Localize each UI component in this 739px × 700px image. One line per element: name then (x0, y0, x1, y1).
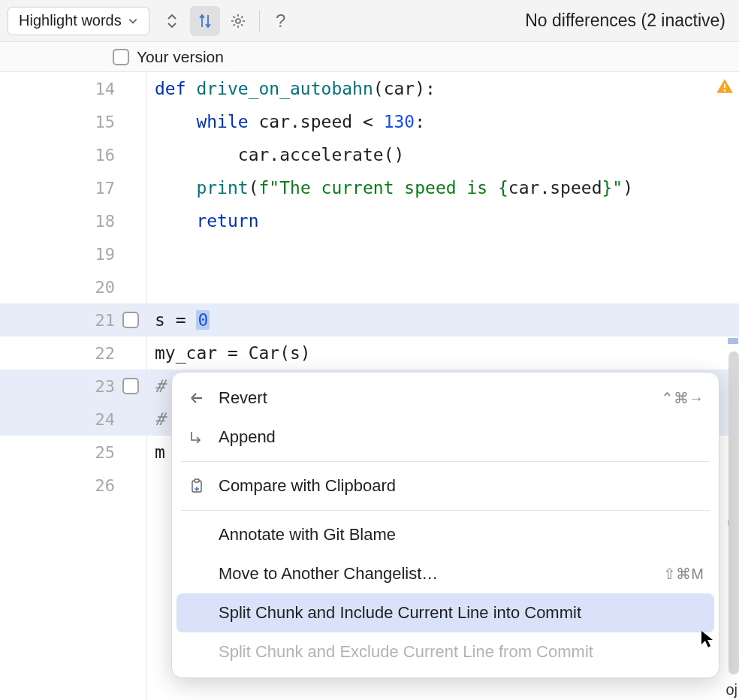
gutter-line: 23 (0, 370, 146, 403)
append-icon (187, 427, 207, 447)
change-marker[interactable] (728, 338, 738, 344)
menu-annotate[interactable]: Annotate with Git Blame (172, 515, 719, 554)
help-icon[interactable]: ? (266, 11, 296, 32)
gutter-line: 19 (0, 237, 146, 270)
menu-move-changelist[interactable]: Move to Another Changelist… ⇧⌘M (172, 554, 719, 593)
code-line[interactable]: while car.speed < 130: (147, 105, 739, 138)
gutter-line: 21 (0, 303, 146, 336)
diff-status-text: No differences (2 inactive) (525, 11, 731, 31)
version-header: Your version (0, 42, 739, 72)
code-line[interactable]: def drive_on_autobahn(car): (147, 72, 739, 105)
menu-revert[interactable]: Revert ⌃⌘→ (172, 379, 719, 418)
code-line[interactable] (147, 270, 739, 303)
highlight-label: Highlight words (19, 12, 122, 29)
gutter-line: 20 (0, 270, 146, 303)
highlight-dropdown[interactable]: Highlight words (8, 7, 149, 35)
menu-append[interactable]: Append (172, 418, 719, 457)
gutter-line: 16 (0, 138, 146, 171)
bottom-fragment: oj (725, 681, 737, 698)
line-include-checkbox[interactable] (122, 378, 139, 394)
menu-split-include[interactable]: Split Chunk and Include Current Line int… (176, 593, 714, 632)
settings-icon[interactable] (223, 6, 253, 36)
svg-rect-1 (724, 84, 725, 88)
menu-compare-clipboard[interactable]: Compare with Clipboard (172, 466, 719, 505)
context-menu: Revert ⌃⌘→ Append Compare with Clipboard… (171, 372, 719, 678)
shortcut: ⌃⌘→ (661, 389, 704, 407)
collapse-icon[interactable] (157, 6, 187, 36)
menu-split-exclude: Split Chunk and Exclude Current Line fro… (172, 632, 719, 671)
code-line[interactable]: return (147, 204, 739, 237)
chevron-down-icon (128, 16, 138, 26)
gutter-line: 17 (0, 171, 146, 204)
gutter-line: 14 (0, 72, 146, 105)
clipboard-icon (187, 476, 207, 496)
gutter-line: 18 (0, 204, 146, 237)
gutter-line: 24 (0, 403, 146, 436)
svg-rect-2 (724, 89, 725, 91)
gutter: 14 15 16 17 18 19 20 21 22 23 24 25 26 (0, 72, 147, 700)
toolbar-icon-group: ? (157, 6, 296, 36)
code-line[interactable]: my_car = Car(s) (147, 336, 739, 370)
code-line[interactable]: print(f"The current speed is {car.speed}… (147, 171, 739, 204)
code-line[interactable] (147, 237, 739, 270)
gutter-line: 22 (0, 336, 146, 370)
scrollbar[interactable] (728, 352, 739, 674)
gutter-line: 15 (0, 105, 146, 138)
diff-toolbar: Highlight words ? No differences (2 inac… (0, 0, 739, 42)
gutter-line: 26 (0, 469, 146, 502)
your-version-label: Your version (137, 48, 224, 66)
svg-rect-4 (195, 479, 199, 482)
shortcut: ⇧⌘M (663, 565, 704, 583)
revert-icon (187, 388, 207, 408)
gutter-line: 25 (0, 436, 146, 469)
sync-scroll-icon[interactable] (190, 6, 220, 36)
separator (259, 11, 260, 32)
line-include-checkbox[interactable] (122, 312, 139, 328)
code-line[interactable]: car.accelerate() (147, 138, 739, 171)
separator (181, 510, 710, 511)
your-version-checkbox[interactable] (113, 49, 129, 65)
code-line[interactable]: s = 0 (147, 303, 739, 336)
svg-point-0 (236, 19, 240, 23)
separator (181, 461, 710, 462)
